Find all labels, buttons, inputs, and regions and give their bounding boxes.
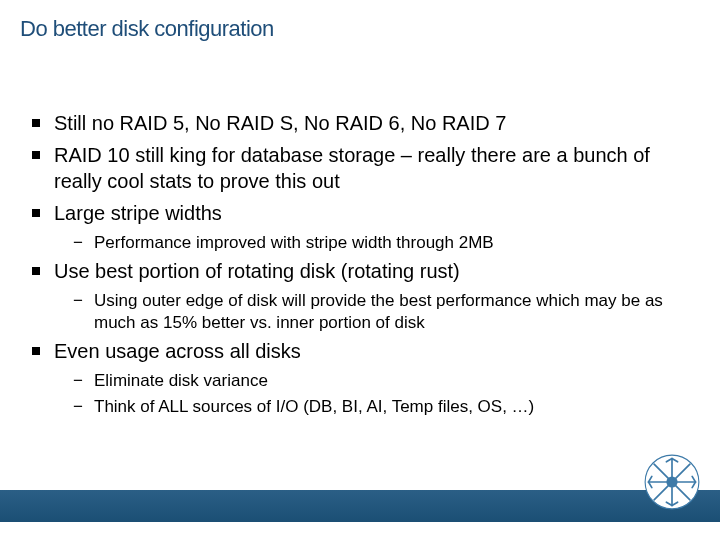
square-bullet-icon [32, 209, 40, 217]
dash-icon: − [70, 396, 86, 418]
bullet-text: Even usage across all disks [54, 338, 688, 364]
square-bullet-icon [32, 119, 40, 127]
sub-bullet-item: − Think of ALL sources of I/O (DB, BI, A… [70, 396, 688, 418]
slide: Do better disk configuration Still no RA… [0, 0, 720, 540]
sub-bullet-item: − Eliminate disk variance [70, 370, 688, 392]
footer-bar [0, 490, 720, 522]
bullet-text: Large stripe widths [54, 200, 688, 226]
square-bullet-icon [32, 267, 40, 275]
sub-bullet-item: − Performance improved with stripe width… [70, 232, 688, 254]
slide-title: Do better disk configuration [20, 16, 274, 42]
square-bullet-icon [32, 347, 40, 355]
sub-bullet-text: Eliminate disk variance [94, 370, 688, 392]
dash-icon: − [70, 232, 86, 254]
slide-content: Still no RAID 5, No RAID S, No RAID 6, N… [32, 110, 688, 422]
sub-bullet-text: Performance improved with stripe width t… [94, 232, 688, 254]
sub-bullet-text: Think of ALL sources of I/O (DB, BI, AI,… [94, 396, 688, 418]
sub-bullet-text: Using outer edge of disk will provide th… [94, 290, 688, 334]
bullet-item: Use best portion of rotating disk (rotat… [32, 258, 688, 284]
bullet-text: RAID 10 still king for database storage … [54, 142, 688, 194]
bullet-text: Use best portion of rotating disk (rotat… [54, 258, 688, 284]
bullet-text: Still no RAID 5, No RAID S, No RAID 6, N… [54, 110, 688, 136]
snowflake-logo-icon [644, 454, 700, 510]
bullet-item: Large stripe widths [32, 200, 688, 226]
bullet-item: RAID 10 still king for database storage … [32, 142, 688, 194]
sub-bullet-item: − Using outer edge of disk will provide … [70, 290, 688, 334]
svg-point-5 [666, 476, 677, 487]
square-bullet-icon [32, 151, 40, 159]
bullet-item: Still no RAID 5, No RAID S, No RAID 6, N… [32, 110, 688, 136]
dash-icon: − [70, 370, 86, 392]
dash-icon: − [70, 290, 86, 312]
bullet-item: Even usage across all disks [32, 338, 688, 364]
